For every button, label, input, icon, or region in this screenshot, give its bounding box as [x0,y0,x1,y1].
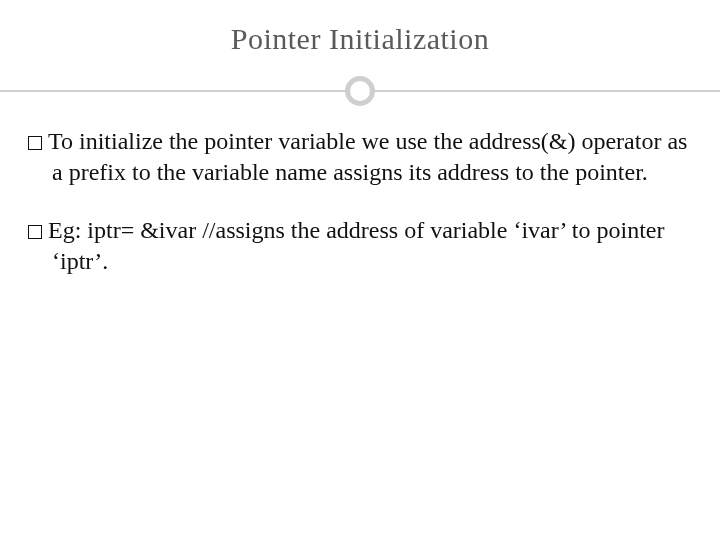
slide-body: To initialize the pointer variable we us… [0,126,720,277]
paragraph-text: To initialize the pointer variable we us… [48,128,687,185]
slide: Pointer Initialization To initialize the… [0,0,720,540]
square-bullet-icon [28,225,42,239]
square-bullet-icon [28,136,42,150]
slide-title: Pointer Initialization [0,0,720,74]
paragraph-line: Eg: iptr= &ivar //assigns the address of… [28,215,692,276]
divider-circle-icon [345,76,375,106]
paragraph-line: To initialize the pointer variable we us… [28,126,692,187]
body-paragraph: To initialize the pointer variable we us… [28,126,692,187]
paragraph-text: Eg: iptr= &ivar //assigns the address of… [48,217,664,274]
body-paragraph: Eg: iptr= &ivar //assigns the address of… [28,215,692,276]
title-divider [0,74,720,108]
